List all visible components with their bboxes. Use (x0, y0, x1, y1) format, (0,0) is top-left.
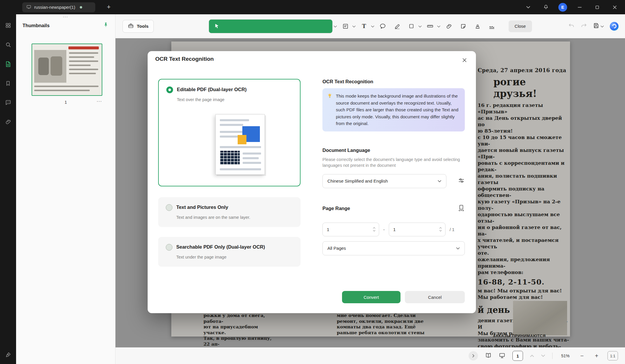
panel-drag-handle[interactable]: ⋯ (16, 14, 115, 20)
unsaved-indicator (80, 6, 82, 8)
shape-chevron-icon[interactable] (418, 24, 422, 29)
dialog-title: OCR Text Recognition (155, 56, 214, 62)
tools-menu-button[interactable]: Tools (122, 20, 154, 33)
notifications-bell-icon[interactable] (541, 2, 551, 12)
stamp-tool-icon[interactable] (472, 20, 483, 32)
radio-unselected-icon[interactable] (166, 244, 172, 251)
thumbnails-document-icon[interactable] (4, 60, 12, 68)
save-chevron-icon[interactable] (600, 24, 604, 29)
edit-pdf-chevron-icon[interactable] (352, 24, 355, 29)
search-icon[interactable] (4, 41, 12, 49)
shape-tool-icon[interactable] (405, 20, 417, 32)
select-tool-button[interactable] (208, 19, 332, 33)
stepper-icons[interactable] (439, 227, 442, 232)
page-range-heading: Page Range (322, 206, 350, 211)
language-select[interactable]: Chinese Simplified and English (322, 174, 446, 188)
user-avatar[interactable]: E (558, 3, 567, 12)
ocr-mode-options: Editable PDF (Dual-layer OCR) Text over … (158, 79, 301, 267)
undo-icon[interactable] (568, 22, 575, 30)
chevron-down-icon (456, 246, 460, 251)
main-toolbar: Tools T (115, 14, 625, 38)
stepper-icons[interactable] (373, 227, 376, 232)
measure-chevron-icon[interactable] (437, 24, 440, 29)
annotation-pen-icon[interactable] (4, 351, 12, 359)
pages-scope-select[interactable]: All Pages (322, 241, 465, 255)
left-icon-rail (0, 14, 16, 364)
page-up-icon[interactable] (530, 353, 534, 358)
page-range-icon[interactable] (458, 204, 465, 213)
page-number-input[interactable] (512, 351, 523, 361)
app-window: russian-newspaper(1) + E (0, 0, 625, 364)
titlebar: russian-newspaper(1) + E (0, 0, 625, 14)
select-tool-chevron-icon[interactable] (333, 24, 337, 29)
toolbox-icon (128, 23, 134, 30)
attachments-paperclip-icon[interactable] (4, 118, 12, 126)
option-editable-pdf[interactable]: Editable PDF (Dual-layer OCR) Text over … (158, 79, 301, 186)
page-thumbnail[interactable] (32, 44, 102, 96)
range-total: / 1 (450, 227, 455, 232)
add-text-tool-icon[interactable]: T (358, 20, 370, 32)
maximize-button[interactable] (592, 2, 602, 12)
ocr-dialog: OCR Text Recognition Editable PDF (Dual-… (148, 51, 476, 313)
chevron-down-icon (438, 178, 441, 183)
comments-icon[interactable] (4, 98, 12, 107)
thumbnail-options-ellipsis[interactable]: ⋯ (96, 98, 102, 105)
ocr-settings-column: OCR Text Recognition This mode keeps the… (322, 79, 465, 255)
comment-tool-icon[interactable] (377, 20, 389, 32)
dialog-close-icon[interactable] (460, 55, 469, 65)
thumbnails-title: Thumbnails (23, 23, 50, 28)
edit-pdf-tool-icon[interactable] (339, 20, 351, 32)
sticker-tool-icon[interactable] (457, 20, 469, 32)
thumbnails-panel: ⋯ Thumbnails 1 ⋯ (16, 14, 115, 364)
range-separator: - (379, 227, 389, 232)
language-heading: Document Language (322, 148, 465, 153)
zoom-value[interactable]: 51% (560, 353, 571, 358)
language-settings-icon[interactable] (458, 177, 465, 185)
cancel-button[interactable]: Cancel (405, 291, 465, 303)
minimize-button[interactable] (575, 2, 585, 12)
save-icon[interactable] (593, 22, 599, 30)
mode-info-text: This mode keeps the background image and… (336, 93, 458, 126)
radio-unselected-icon[interactable] (166, 204, 172, 211)
option-searchable-pdf[interactable]: Searchable PDF Only (Dual-layer OCR) Tex… (158, 237, 301, 267)
radio-selected-icon[interactable] (166, 86, 173, 93)
convert-button[interactable]: Convert (342, 291, 400, 303)
signature-tool-icon[interactable] (486, 20, 498, 32)
mode-info-box: This mode keeps the background image and… (322, 88, 465, 131)
tab-title: russian-newspaper(1) (34, 5, 75, 10)
document-illustration (215, 114, 265, 175)
ocr-info-heading: OCR Text Recognition (322, 79, 465, 84)
display-icon (26, 4, 31, 10)
lightbulb-icon (327, 93, 333, 101)
language-hint: Please correctly select the document's l… (322, 157, 465, 168)
close-toolbar-button[interactable]: Close (508, 20, 532, 32)
document-tab[interactable]: russian-newspaper(1) (22, 2, 95, 12)
range-to-input[interactable] (389, 223, 446, 236)
expand-panel-button[interactable] (469, 351, 478, 360)
status-bar: 51% − + 1:1 (115, 347, 625, 364)
measure-tool-icon[interactable] (424, 20, 436, 32)
presentation-mode-icon[interactable] (499, 352, 505, 360)
zoom-in-button[interactable]: + (593, 353, 600, 359)
attachment-tool-icon[interactable] (443, 20, 455, 32)
bookmark-icon[interactable] (4, 79, 12, 87)
highlighter-tool-icon[interactable] (391, 20, 403, 32)
chevron-down-icon[interactable] (523, 2, 533, 12)
ai-assistant-icon[interactable] (610, 22, 619, 31)
redo-icon[interactable] (581, 22, 587, 30)
pin-icon[interactable] (103, 22, 109, 29)
zoom-out-button[interactable]: − (578, 353, 586, 359)
apps-grid-icon[interactable] (4, 21, 12, 30)
add-text-chevron-icon[interactable] (371, 24, 374, 29)
statusbar-divider (552, 353, 553, 359)
book-view-icon[interactable] (485, 352, 492, 360)
close-window-button[interactable] (610, 2, 620, 12)
actual-size-button[interactable]: 1:1 (607, 351, 618, 360)
new-tab-button[interactable]: + (104, 2, 113, 12)
page-down-icon[interactable] (541, 353, 545, 358)
range-from-input[interactable] (322, 223, 379, 236)
option-text-pictures-only[interactable]: Text and Pictures Only Text and images a… (158, 197, 301, 227)
